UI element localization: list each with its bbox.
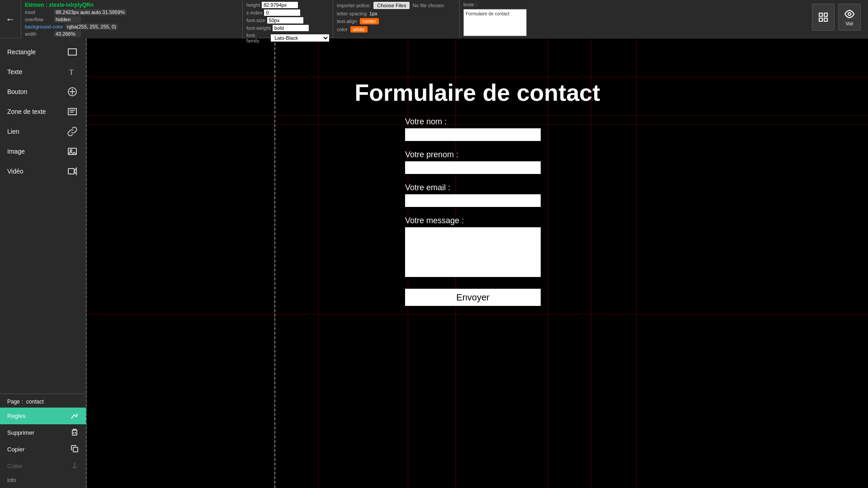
svg-rect-17 [72,430,77,435]
sidebar-item-lien[interactable]: Lien [0,122,86,141]
info-label: info [0,474,86,486]
paste-icon [71,461,79,471]
copier-label: Copier [7,446,24,453]
prenom-label: Votre prenom : [405,150,550,160]
grid-icon-button[interactable] [812,4,835,31]
coller-label: Coller [7,463,23,469]
bouton-icon [66,85,79,98]
fontweight-label: font-weight [246,25,271,31]
nom-label: Votre nom : [405,117,550,127]
sidebar-item-zone-texte[interactable]: Zone de texte [0,102,86,122]
zone-texte-icon [66,105,79,118]
voir-button[interactable]: Voir [838,4,861,31]
sidebar-item-video[interactable]: Vidéo [0,161,86,181]
background-color-label: background-color [25,24,63,29]
element-info-panel: Elémen : ztexte-ixlrplyQRn inset 98.2423… [21,0,243,38]
nom-input[interactable] [405,128,541,141]
email-input[interactable] [405,194,541,207]
bouton-label: Bouton [7,88,27,95]
rectangle-label: Rectangle [7,48,36,56]
page-name: contact [26,399,44,405]
lien-label: Lien [7,128,19,135]
svg-rect-2 [824,18,827,21]
sidebar-action-copier[interactable]: Copier [0,441,86,458]
svg-rect-1 [824,13,827,16]
choose-files-button[interactable]: Choose Files [373,2,410,9]
letter-spacing-value: 1px [369,11,377,16]
sidebar-item-rectangle[interactable]: Rectangle [0,42,86,62]
form-outer: Formulaire de contact Votre nom : Votre … [177,79,778,306]
lien-icon [66,125,79,138]
grid-row-1 [87,77,868,77]
copy-icon [71,445,79,454]
svg-rect-3 [819,18,822,21]
importer-label: importer police: [337,3,371,8]
submit-button[interactable]: Envoyer [405,289,541,306]
email-label: Votre email : [405,183,550,192]
texte-icon: T [66,66,79,78]
fontsize-input[interactable] [267,17,303,23]
svg-point-14 [70,150,72,151]
height-label: height [246,2,260,8]
regles-label: Regles [7,413,25,419]
sidebar-action-supprimer[interactable]: Supprimer [0,424,86,441]
image-label: Image [7,148,25,155]
sidebar-item-image[interactable]: Image [0,141,86,161]
left-sidebar: Rectangle Texte T Bouton [0,38,87,488]
right-icons-area: Voir [805,0,868,34]
texte-label: texte : [463,2,583,7]
sidebar-item-bouton[interactable]: Bouton [0,82,86,102]
rectangle-icon [66,46,79,58]
background-color-value: rgba(255, 255, 255, 0) [65,23,118,30]
inset-value: 98.2423px auto auto 31.5959% [54,9,127,15]
fontweight-input[interactable] [273,25,309,31]
width-label: width [25,31,52,37]
top-toolbar: ← Elémen : ztexte-ixlrplyQRn inset 98.24… [0,0,868,38]
text-align-value: center [360,18,379,24]
zone-texte-label: Zone de texte [7,108,46,115]
prenom-input[interactable] [405,161,541,174]
message-label: Votre message : [405,216,550,225]
texte-preview-area: texte : Formulaire de contact [460,0,586,38]
svg-text:T: T [69,68,74,76]
form-group-prenom: Votre prenom : [405,150,550,174]
no-file-text: No file chosen [412,3,444,8]
svg-rect-5 [68,49,76,55]
texte-preview-box: Formulaire de contact [463,9,527,36]
texte-preview-content: Formulaire de contact [466,11,524,16]
supprimer-label: Supprimer [7,429,34,436]
main-canvas: Formulaire de contact Votre nom : Votre … [87,38,868,488]
svg-rect-20 [73,447,78,452]
form-group-email: Votre email : [405,183,550,207]
text-align-label: text-align [337,19,357,24]
color-label: color [337,27,348,32]
form-fields: Votre nom : Votre prenom : Votre email :… [405,117,550,306]
grid-row-4 [87,314,868,314]
overflow-value: hidden [54,16,81,23]
zindex-label: z-index [246,10,262,15]
sidebar-item-texte[interactable]: Texte T [0,62,86,82]
form-group-nom: Votre nom : [405,117,550,141]
page-label: Page : contact [0,396,86,408]
svg-rect-0 [819,13,822,16]
sidebar-items-list: Rectangle Texte T Bouton [0,38,86,394]
fontfamily-select[interactable]: Lato-Black Arial Georgia [271,34,329,42]
back-button[interactable]: ← [2,12,19,27]
sidebar-bottom: Page : contact Regles Supprimer [0,394,86,488]
prop-section-2: height z-index font-size font-weight fon… [243,0,333,38]
sidebar-action-coller: Coller [0,458,86,474]
color-value: white [350,26,368,33]
letter-spacing-label: letter-spacing [337,11,367,16]
texte-sidebar-label: Texte [7,68,22,75]
delete-icon [71,428,79,437]
svg-point-4 [848,13,851,15]
height-input[interactable] [262,2,298,8]
sidebar-action-regles[interactable]: Regles [0,408,86,424]
form-title: Formulaire de contact [177,79,778,106]
message-textarea[interactable] [405,227,541,277]
video-icon [66,165,79,178]
middle-toolbar: importer police: Choose Files No file ch… [333,0,460,38]
form-group-message: Votre message : [405,216,550,277]
zindex-input[interactable] [264,9,300,16]
inset-label: inset [25,9,52,15]
